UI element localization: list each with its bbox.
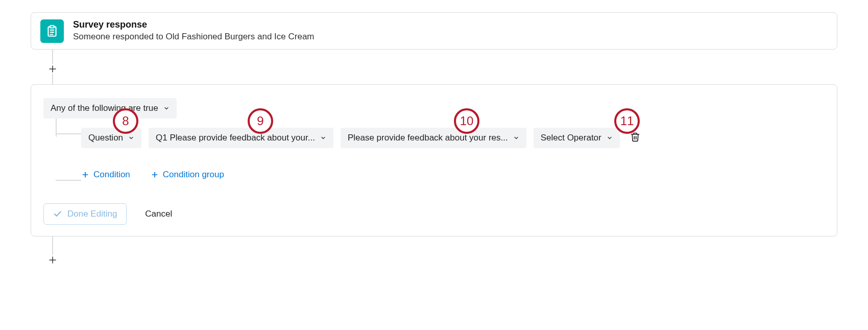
sub-question-dropdown[interactable]: Please provide feedback about your res..… (341, 128, 526, 148)
connector-top (52, 50, 837, 84)
clipboard-icon (40, 19, 64, 43)
done-editing-button[interactable]: Done Editing (43, 203, 127, 225)
cancel-button[interactable]: Cancel (145, 209, 172, 219)
trigger-card[interactable]: Survey response Someone responded to Old… (31, 12, 837, 50)
condition-row: Question Q1 Please provide feedback abou… (56, 119, 825, 148)
condition-builder-card: 8 9 10 11 Any of the following are true … (31, 84, 837, 237)
chevron-down-icon (128, 135, 134, 141)
add-condition-label: Condition (93, 170, 130, 180)
operator-label: Select Operator (541, 133, 601, 143)
add-condition-button[interactable]: Condition (81, 170, 130, 180)
operator-dropdown[interactable]: Select Operator (534, 128, 620, 148)
builder-footer: Done Editing Cancel (43, 203, 825, 225)
chevron-down-icon (320, 135, 326, 141)
add-step-button-bottom[interactable] (47, 255, 58, 265)
field-type-label: Question (88, 133, 123, 143)
condition-tree: Question Q1 Please provide feedback abou… (56, 119, 825, 180)
question-dropdown[interactable]: Q1 Please provide feedback about your... (149, 128, 333, 148)
check-icon (53, 209, 62, 219)
trigger-text: Survey response Someone responded to Old… (73, 19, 315, 43)
question-label: Q1 Please provide feedback about your... (156, 133, 315, 143)
connector-line (52, 237, 53, 257)
trash-icon (630, 132, 640, 142)
sub-question-label: Please provide feedback about your res..… (348, 133, 508, 143)
plus-icon (151, 171, 159, 179)
trigger-title: Survey response (73, 19, 315, 31)
chevron-down-icon (607, 135, 613, 141)
plus-icon (81, 171, 89, 179)
add-step-button-top[interactable] (47, 64, 58, 74)
trigger-subtitle: Someone responded to Old Fashioned Burge… (73, 31, 315, 43)
connector-bottom (52, 237, 837, 267)
match-mode-label: Any of the following are true (51, 103, 158, 113)
add-condition-group-button[interactable]: Condition group (151, 170, 224, 180)
cancel-label: Cancel (145, 209, 172, 219)
chevron-down-icon (163, 105, 170, 111)
svg-rect-1 (50, 26, 54, 28)
workflow-canvas: Survey response Someone responded to Old… (0, 0, 868, 330)
delete-condition-button[interactable] (627, 129, 643, 147)
chevron-down-icon (513, 135, 519, 141)
field-type-dropdown[interactable]: Question (81, 128, 141, 148)
match-mode-dropdown[interactable]: Any of the following are true (43, 98, 177, 119)
done-editing-label: Done Editing (67, 209, 117, 219)
add-condition-group-label: Condition group (163, 170, 224, 180)
